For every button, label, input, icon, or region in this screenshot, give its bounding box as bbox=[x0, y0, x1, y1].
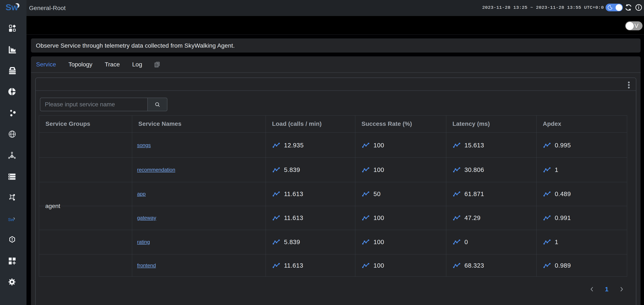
svg-text:Sw: Sw bbox=[8, 217, 14, 222]
svg-text:Sw: Sw bbox=[6, 2, 18, 12]
